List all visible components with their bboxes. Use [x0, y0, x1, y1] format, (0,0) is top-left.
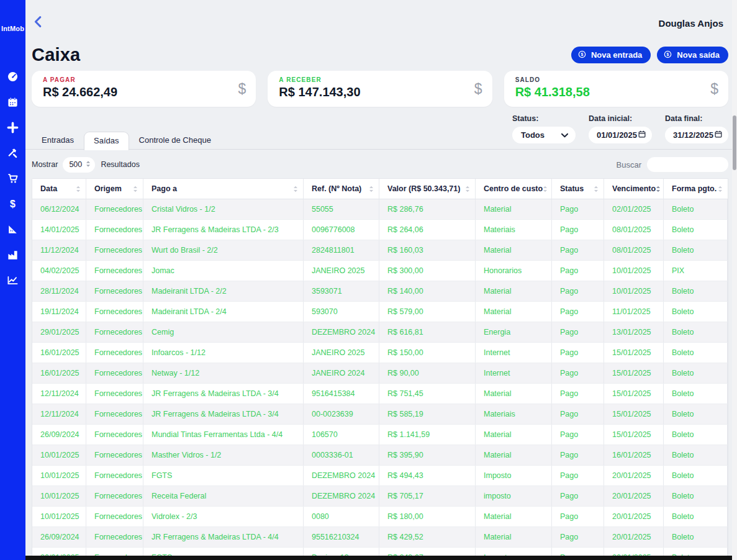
table-body: 06/12/2024FornecedoresCristal Vidros - 1…: [32, 199, 728, 560]
tab-entradas[interactable]: Entradas: [32, 131, 84, 150]
table-cell: Mundial Tintas Ferramentas Ltda - 4/4: [143, 425, 304, 445]
table-cell: R$ 579,00: [379, 302, 476, 322]
table-cell: 15/01/2025: [604, 363, 664, 383]
column-header-origem[interactable]: Origem: [86, 179, 143, 199]
calendar-icon[interactable]: [7, 96, 19, 108]
column-header-pago-a[interactable]: Pago a: [143, 179, 304, 199]
dollar-icon: $: [710, 81, 718, 97]
column-header-ref-n-nota[interactable]: Ref. (Nº Nota): [304, 179, 379, 199]
calendar-icon: [638, 130, 646, 140]
table-cell: Boleto: [664, 404, 728, 424]
table-cell: Pago: [552, 425, 604, 445]
results-count-stepper[interactable]: 500: [63, 157, 95, 173]
table-cell: Pago: [552, 527, 604, 547]
back-button[interactable]: [32, 15, 45, 29]
table-cell: Material: [476, 384, 552, 404]
table-cell: 02/01/2025: [604, 199, 664, 219]
table-row[interactable]: 12/11/2024FornecedoresJR Ferragens & Mad…: [32, 404, 728, 425]
column-header-label: Status: [560, 184, 584, 193]
dollar-icon: $: [238, 81, 246, 97]
table-row[interactable]: 11/12/2024FornecedoresWurt do Brasil - 2…: [32, 240, 728, 261]
table-cell: Fornecedores: [86, 240, 143, 260]
table-cell: 16/01/2025: [604, 445, 664, 465]
table-row[interactable]: 06/12/2024FornecedoresCristal Vidros - 1…: [32, 199, 728, 220]
column-header-label: Pago a: [151, 184, 177, 193]
nova-entrada-button[interactable]: $ Nova entrada: [571, 47, 651, 63]
tools-icon[interactable]: [7, 147, 19, 159]
card-saldo: SALDO R$ 41.318,58 $: [504, 71, 728, 107]
table-cell: Fornecedores: [86, 281, 143, 301]
column-header-vencimento[interactable]: Vencimento: [604, 179, 664, 199]
table-cell: 10/01/2025: [32, 507, 86, 526]
table-cell: 9516415384: [304, 384, 379, 404]
table-cell: Material: [476, 199, 552, 219]
table-row[interactable]: 14/01/2025FornecedoresJR Ferragens & Mad…: [32, 220, 728, 240]
table-cell: Pago: [552, 445, 604, 465]
table-cell: Pago: [552, 240, 604, 260]
table-cell: Infoarcos - 1/12: [143, 343, 304, 363]
start-date-label: Data inicial:: [589, 114, 652, 123]
nova-saida-button[interactable]: $ Nova saída: [657, 47, 728, 63]
tab-bar: Entradas Saídas Controle de Cheque: [32, 132, 221, 150]
table-row[interactable]: 26/09/2024FornecedoresMundial Tintas Fer…: [32, 425, 728, 445]
table-cell: 28/11/2024: [32, 281, 86, 301]
tab-controle-de-cheque[interactable]: Controle de Cheque: [129, 131, 221, 150]
table-row[interactable]: 16/01/2025FornecedoresInfoarcos - 1/12JA…: [32, 343, 728, 363]
table-cell: Fornecedores: [86, 261, 143, 281]
card-label: A PAGAR: [43, 76, 245, 83]
spinner-icon[interactable]: [86, 160, 91, 169]
column-header-label: Vencimento: [612, 184, 656, 193]
table-row[interactable]: 10/01/2025FornecedoresMasther Vidros - 1…: [32, 445, 728, 466]
table-row[interactable]: 29/01/2025FornecedoresCemigDEZEMBRO 2024…: [32, 322, 728, 343]
money-icon[interactable]: $: [7, 198, 19, 210]
column-header-centro-de-custo[interactable]: Centro de custo: [476, 179, 552, 199]
transactions-table: DataOrigemPago aRef. (Nº Nota)Valor (R$ …: [32, 178, 728, 560]
column-header-valor-r-50-343-71[interactable]: Valor (R$ 50.343,71): [379, 179, 476, 199]
plus-icon[interactable]: [7, 122, 19, 133]
table-row[interactable]: 16/01/2025FornecedoresNetway - 1/12JANEI…: [32, 363, 728, 384]
table-cell: Boleto: [664, 363, 728, 383]
table-row[interactable]: 04/02/2025FornecedoresJomacJANEIRO 2025R…: [32, 261, 728, 281]
search-input[interactable]: [647, 157, 728, 172]
table-cell: Boleto: [664, 240, 728, 260]
table-cell: Madeiranit LTDA - 2/4: [143, 302, 304, 322]
table-row[interactable]: 12/11/2024FornecedoresJR Ferragens & Mad…: [32, 384, 728, 404]
table-cell: 20/01/2025: [604, 466, 664, 485]
factory-icon[interactable]: [7, 249, 19, 261]
table-cell: Boleto: [664, 466, 728, 485]
table-row[interactable]: 10/01/2025FornecedoresFGTSDEZEMBRO 2024R…: [32, 466, 728, 486]
column-header-forma-pgto[interactable]: Forma pgto.: [664, 179, 728, 199]
table-row[interactable]: 10/01/2025FornecedoresReceita FederalDEZ…: [32, 486, 728, 507]
column-header-data[interactable]: Data: [32, 179, 86, 199]
column-header-status[interactable]: Status: [552, 179, 604, 199]
column-header-label: Forma pgto.: [672, 184, 717, 193]
table-row[interactable]: 10/01/2025FornecedoresVidrolex - 2/30080…: [32, 507, 728, 527]
table-cell: Fornecedores: [86, 404, 143, 424]
table-cell: Boleto: [664, 302, 728, 322]
tab-saidas[interactable]: Saídas: [84, 132, 129, 150]
scrollbar-track[interactable]: [732, 0, 737, 560]
start-date-input[interactable]: 01/01/2025: [589, 127, 652, 143]
cart-icon[interactable]: [7, 173, 19, 184]
table-cell: R$ 1.141,59: [379, 425, 476, 445]
user-name[interactable]: Douglas Anjos: [659, 18, 723, 29]
table-cell: Material: [476, 445, 552, 465]
table-cell: 29/01/2025: [32, 322, 86, 342]
table-cell: 593070: [304, 302, 379, 322]
table-cell: Pago: [552, 322, 604, 342]
table-cell: Pago: [552, 199, 604, 219]
table-row[interactable]: 26/09/2024FornecedoresJR Ferragens & Mad…: [32, 527, 728, 548]
table-row[interactable]: 19/11/2024FornecedoresMadeiranit LTDA - …: [32, 302, 728, 322]
scrollbar-thumb[interactable]: [733, 115, 736, 170]
status-select[interactable]: Todos: [512, 127, 576, 143]
chart-icon[interactable]: [7, 274, 19, 286]
table-row[interactable]: 28/11/2024FornecedoresMadeiranit LTDA - …: [32, 281, 728, 302]
ruler-icon[interactable]: [7, 224, 19, 235]
dashboard-icon[interactable]: [7, 71, 19, 83]
table-cell: imposto: [476, 486, 552, 506]
end-date-input[interactable]: 31/12/2025: [665, 127, 728, 143]
app-logo: IntMob: [1, 25, 24, 32]
table-cell: 15/01/2025: [604, 425, 664, 445]
results-count-value: 500: [69, 160, 82, 169]
table-cell: 19/11/2024: [32, 302, 86, 322]
